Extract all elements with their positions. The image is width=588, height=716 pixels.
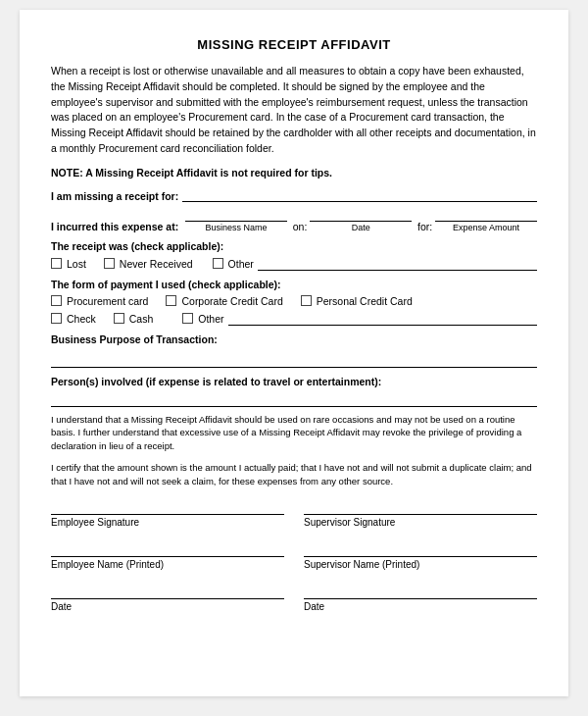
page: MISSING RECEIPT AFFIDAVIT When a receipt… (20, 10, 568, 696)
employee-name-label: Employee Name (Printed) (51, 559, 284, 570)
supervisor-name-label: Supervisor Name (Printed) (304, 559, 537, 570)
checkbox-check[interactable] (51, 313, 62, 324)
check-never-received: Never Received (104, 258, 193, 270)
note-text: NOTE: A Missing Receipt Affidavit is not… (51, 167, 537, 179)
sig-row-3: Date Date (51, 580, 537, 612)
page-title: MISSING RECEIPT AFFIDAVIT (51, 37, 537, 52)
checkbox-lost[interactable] (51, 258, 62, 269)
supervisor-date-block: Date (304, 580, 537, 612)
check-check: Check (51, 313, 96, 325)
label-never-received: Never Received (120, 258, 193, 270)
employee-sig-line[interactable] (51, 495, 284, 515)
business-name-sublabel: Business Name (205, 223, 267, 232)
checkbox-cash[interactable] (114, 313, 124, 324)
check-personal-cc: Personal Credit Card (301, 295, 413, 307)
label-other-receipt: Other (228, 258, 254, 270)
date-sublabel: Date (352, 223, 370, 232)
employee-date-line[interactable] (51, 580, 284, 599)
incurred-row: I incurred this expense at: Business Nam… (51, 208, 537, 232)
expense-block: Expense Amount (435, 208, 537, 232)
other-receipt-field[interactable] (258, 257, 537, 271)
payment-row2: Check Cash Other (51, 312, 537, 326)
persons-field[interactable] (51, 389, 537, 407)
expense-field[interactable] (435, 208, 537, 222)
check-other-payment: Other (182, 312, 537, 326)
sig-row-1: Employee Signature Supervisor Signature (51, 495, 537, 528)
supervisor-name-line[interactable] (304, 537, 537, 557)
receipt-check-row: Lost Never Received Other (51, 257, 537, 271)
payment-label: The form of payment I used (check applic… (51, 279, 537, 290)
business-purpose-field[interactable] (51, 350, 537, 368)
check-corporate-cc: Corporate Credit Card (166, 295, 282, 307)
business-name-block: Business Name (185, 208, 287, 232)
missing-receipt-row: I am missing a receipt for: (51, 188, 537, 202)
checkbox-other-payment[interactable] (182, 313, 193, 324)
incurred-label: I incurred this expense at: (51, 221, 178, 232)
check-other-receipt: Other (213, 257, 537, 271)
employee-sig-label: Employee Signature (51, 517, 284, 528)
persons-label: Person(s) involved (if expense is relate… (51, 376, 537, 387)
label-personal-cc: Personal Credit Card (317, 295, 413, 307)
label-cash: Cash (129, 313, 154, 325)
label-check: Check (67, 313, 96, 325)
other-payment-field[interactable] (228, 312, 537, 326)
checkbox-procurement[interactable] (51, 295, 62, 306)
signature-section: Employee Signature Supervisor Signature … (51, 495, 537, 612)
sig-row-2: Employee Name (Printed) Supervisor Name … (51, 537, 537, 570)
label-procurement: Procurement card (67, 295, 148, 307)
supervisor-name-block: Supervisor Name (Printed) (304, 537, 537, 570)
missing-receipt-label: I am missing a receipt for: (51, 190, 178, 202)
supervisor-sig-line[interactable] (304, 495, 537, 515)
intro-text: When a receipt is lost or otherwise unav… (51, 64, 537, 157)
date-block: Date (310, 208, 412, 232)
date-field[interactable] (310, 208, 412, 222)
label-other-payment: Other (198, 313, 223, 325)
business-purpose-label: Business Purpose of Transaction: (51, 333, 537, 345)
employee-sig-block: Employee Signature (51, 495, 284, 528)
checkbox-never-received[interactable] (104, 258, 115, 269)
expense-sublabel: Expense Amount (453, 223, 519, 232)
checkbox-corporate-cc[interactable] (166, 295, 176, 306)
payment-row1: Procurement card Corporate Credit Card P… (51, 295, 537, 307)
supervisor-sig-block: Supervisor Signature (304, 495, 537, 528)
receipt-check-label: The receipt was (check applicable): (51, 240, 537, 252)
employee-name-block: Employee Name (Printed) (51, 537, 284, 570)
supervisor-sig-label: Supervisor Signature (304, 517, 537, 528)
label-lost: Lost (67, 258, 86, 270)
check-cash: Cash (114, 313, 154, 325)
checkbox-other-receipt[interactable] (213, 258, 223, 269)
small-text-2: I certify that the amount shown is the a… (51, 461, 537, 488)
employee-date-label: Date (51, 601, 284, 612)
for-label: for: (417, 221, 432, 232)
missing-receipt-field[interactable] (182, 188, 537, 202)
supervisor-date-label: Date (304, 601, 537, 612)
label-corporate-cc: Corporate Credit Card (181, 295, 282, 307)
check-lost: Lost (51, 258, 86, 270)
business-name-field[interactable] (185, 208, 287, 222)
small-text-1: I understand that a Missing Receipt Affi… (51, 413, 537, 453)
supervisor-date-line[interactable] (304, 580, 537, 599)
on-label: on: (293, 221, 308, 232)
employee-name-line[interactable] (51, 537, 284, 557)
check-procurement: Procurement card (51, 295, 148, 307)
business-purpose-section: Business Purpose of Transaction: (51, 333, 537, 368)
employee-date-block: Date (51, 580, 284, 612)
checkbox-personal-cc[interactable] (301, 295, 312, 306)
